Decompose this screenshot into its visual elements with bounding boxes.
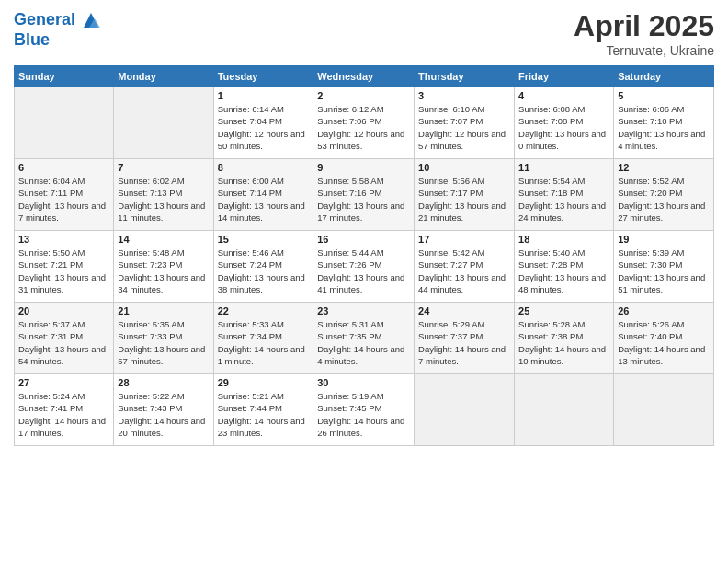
day-detail: Sunrise: 5:44 AM Sunset: 7:26 PM Dayligh… (317, 247, 410, 295)
day-number: 24 (418, 305, 510, 316)
calendar-cell: 28Sunrise: 5:22 AM Sunset: 7:43 PM Dayli… (114, 374, 213, 446)
calendar-cell: 15Sunrise: 5:46 AM Sunset: 7:24 PM Dayli… (213, 231, 313, 303)
day-number: 22 (218, 305, 310, 316)
day-detail: Sunrise: 5:42 AM Sunset: 7:27 PM Dayligh… (418, 247, 510, 295)
calendar-cell: 19Sunrise: 5:39 AM Sunset: 7:30 PM Dayli… (614, 231, 714, 303)
calendar-cell: 17Sunrise: 5:42 AM Sunset: 7:27 PM Dayli… (415, 231, 515, 303)
day-detail: Sunrise: 5:58 AM Sunset: 7:16 PM Dayligh… (317, 175, 410, 224)
calendar-cell: 29Sunrise: 5:21 AM Sunset: 7:44 PM Dayli… (213, 374, 313, 446)
day-detail: Sunrise: 5:29 AM Sunset: 7:37 PM Dayligh… (418, 318, 510, 367)
day-detail: Sunrise: 5:52 AM Sunset: 7:20 PM Dayligh… (618, 175, 710, 224)
day-number: 6 (18, 162, 109, 173)
calendar-cell: 26Sunrise: 5:26 AM Sunset: 7:40 PM Dayli… (614, 303, 714, 374)
logo-blue-text: Blue (14, 31, 100, 50)
day-number: 10 (418, 162, 510, 173)
calendar-cell: 22Sunrise: 5:33 AM Sunset: 7:34 PM Dayli… (213, 303, 313, 374)
calendar-cell: 4Sunrise: 6:08 AM Sunset: 7:08 PM Daylig… (515, 87, 614, 159)
day-detail: Sunrise: 6:02 AM Sunset: 7:13 PM Dayligh… (118, 175, 209, 224)
calendar-cell (15, 87, 114, 159)
day-detail: Sunrise: 5:46 AM Sunset: 7:24 PM Dayligh… (218, 247, 310, 295)
day-number: 26 (618, 305, 710, 316)
day-number: 25 (518, 305, 609, 316)
day-number: 4 (518, 90, 609, 101)
col-header-thursday: Thursday (415, 66, 515, 87)
day-detail: Sunrise: 5:35 AM Sunset: 7:33 PM Dayligh… (118, 318, 209, 367)
day-detail: Sunrise: 5:39 AM Sunset: 7:30 PM Dayligh… (618, 247, 710, 295)
day-detail: Sunrise: 6:10 AM Sunset: 7:07 PM Dayligh… (418, 103, 510, 152)
day-detail: Sunrise: 5:24 AM Sunset: 7:41 PM Dayligh… (18, 390, 109, 439)
day-detail: Sunrise: 6:06 AM Sunset: 7:10 PM Dayligh… (618, 103, 710, 152)
calendar-cell: 2Sunrise: 6:12 AM Sunset: 7:06 PM Daylig… (313, 87, 415, 159)
day-number: 17 (418, 234, 510, 245)
calendar-cell: 27Sunrise: 5:24 AM Sunset: 7:41 PM Dayli… (15, 374, 114, 446)
calendar-cell: 6Sunrise: 6:04 AM Sunset: 7:11 PM Daylig… (15, 159, 114, 231)
day-detail: Sunrise: 5:26 AM Sunset: 7:40 PM Dayligh… (618, 318, 710, 367)
day-number: 11 (518, 162, 609, 173)
calendar-cell: 3Sunrise: 6:10 AM Sunset: 7:07 PM Daylig… (415, 87, 515, 159)
calendar-table: SundayMondayTuesdayWednesdayThursdayFrid… (14, 65, 714, 446)
day-number: 9 (317, 162, 410, 173)
calendar-cell: 10Sunrise: 5:56 AM Sunset: 7:17 PM Dayli… (415, 159, 515, 231)
col-header-wednesday: Wednesday (313, 66, 415, 87)
day-number: 30 (317, 377, 410, 388)
day-detail: Sunrise: 6:12 AM Sunset: 7:06 PM Dayligh… (317, 103, 410, 152)
title-month: April 2025 (574, 9, 714, 43)
calendar-cell (614, 374, 714, 446)
calendar-cell: 30Sunrise: 5:19 AM Sunset: 7:45 PM Dayli… (313, 374, 415, 446)
col-header-saturday: Saturday (614, 66, 714, 87)
calendar-week-2: 6Sunrise: 6:04 AM Sunset: 7:11 PM Daylig… (15, 159, 714, 231)
calendar-cell: 21Sunrise: 5:35 AM Sunset: 7:33 PM Dayli… (114, 303, 213, 374)
calendar-cell (515, 374, 614, 446)
title-location: Ternuvate, Ukraine (574, 43, 714, 58)
day-detail: Sunrise: 6:14 AM Sunset: 7:04 PM Dayligh… (218, 103, 310, 152)
calendar-cell: 14Sunrise: 5:48 AM Sunset: 7:23 PM Dayli… (114, 231, 213, 303)
col-header-sunday: Sunday (15, 66, 114, 87)
calendar-header-row: SundayMondayTuesdayWednesdayThursdayFrid… (15, 66, 714, 87)
day-number: 28 (118, 377, 209, 388)
logo-text: General (14, 9, 100, 31)
calendar-week-1: 1Sunrise: 6:14 AM Sunset: 7:04 PM Daylig… (15, 87, 714, 159)
calendar-cell: 11Sunrise: 5:54 AM Sunset: 7:18 PM Dayli… (515, 159, 614, 231)
day-number: 12 (618, 162, 710, 173)
day-detail: Sunrise: 5:33 AM Sunset: 7:34 PM Dayligh… (218, 318, 310, 367)
calendar-cell: 13Sunrise: 5:50 AM Sunset: 7:21 PM Dayli… (15, 231, 114, 303)
day-number: 18 (518, 234, 609, 245)
day-number: 21 (118, 305, 209, 316)
col-header-tuesday: Tuesday (213, 66, 313, 87)
day-detail: Sunrise: 6:00 AM Sunset: 7:14 PM Dayligh… (218, 175, 310, 224)
day-detail: Sunrise: 5:56 AM Sunset: 7:17 PM Dayligh… (418, 175, 510, 224)
day-number: 20 (18, 305, 109, 316)
day-number: 23 (317, 305, 410, 316)
day-detail: Sunrise: 5:37 AM Sunset: 7:31 PM Dayligh… (18, 318, 109, 367)
logo: General Blue (14, 9, 100, 50)
calendar-cell: 7Sunrise: 6:02 AM Sunset: 7:13 PM Daylig… (114, 159, 213, 231)
day-detail: Sunrise: 5:50 AM Sunset: 7:21 PM Dayligh… (18, 247, 109, 295)
day-number: 19 (618, 234, 710, 245)
day-number: 15 (218, 234, 310, 245)
title-block: April 2025 Ternuvate, Ukraine (574, 9, 714, 58)
day-number: 1 (218, 90, 310, 101)
calendar-week-3: 13Sunrise: 5:50 AM Sunset: 7:21 PM Dayli… (15, 231, 714, 303)
calendar-cell: 9Sunrise: 5:58 AM Sunset: 7:16 PM Daylig… (313, 159, 415, 231)
day-number: 29 (218, 377, 310, 388)
day-number: 13 (18, 234, 109, 245)
calendar-cell: 20Sunrise: 5:37 AM Sunset: 7:31 PM Dayli… (15, 303, 114, 374)
header: General Blue April 2025 Ternuvate, Ukrai… (14, 9, 714, 58)
day-detail: Sunrise: 6:04 AM Sunset: 7:11 PM Dayligh… (18, 175, 109, 224)
day-detail: Sunrise: 5:48 AM Sunset: 7:23 PM Dayligh… (118, 247, 209, 295)
day-detail: Sunrise: 6:08 AM Sunset: 7:08 PM Dayligh… (518, 103, 609, 152)
calendar-cell: 12Sunrise: 5:52 AM Sunset: 7:20 PM Dayli… (614, 159, 714, 231)
calendar-week-5: 27Sunrise: 5:24 AM Sunset: 7:41 PM Dayli… (15, 374, 714, 446)
calendar-cell: 18Sunrise: 5:40 AM Sunset: 7:28 PM Dayli… (515, 231, 614, 303)
calendar-cell: 25Sunrise: 5:28 AM Sunset: 7:38 PM Dayli… (515, 303, 614, 374)
col-header-friday: Friday (515, 66, 614, 87)
day-detail: Sunrise: 5:31 AM Sunset: 7:35 PM Dayligh… (317, 318, 410, 367)
calendar-cell: 1Sunrise: 6:14 AM Sunset: 7:04 PM Daylig… (213, 87, 313, 159)
day-detail: Sunrise: 5:21 AM Sunset: 7:44 PM Dayligh… (218, 390, 310, 439)
day-detail: Sunrise: 5:19 AM Sunset: 7:45 PM Dayligh… (317, 390, 410, 439)
day-number: 8 (218, 162, 310, 173)
calendar-cell: 24Sunrise: 5:29 AM Sunset: 7:37 PM Dayli… (415, 303, 515, 374)
calendar-week-4: 20Sunrise: 5:37 AM Sunset: 7:31 PM Dayli… (15, 303, 714, 374)
day-number: 27 (18, 377, 109, 388)
calendar-cell (114, 87, 213, 159)
